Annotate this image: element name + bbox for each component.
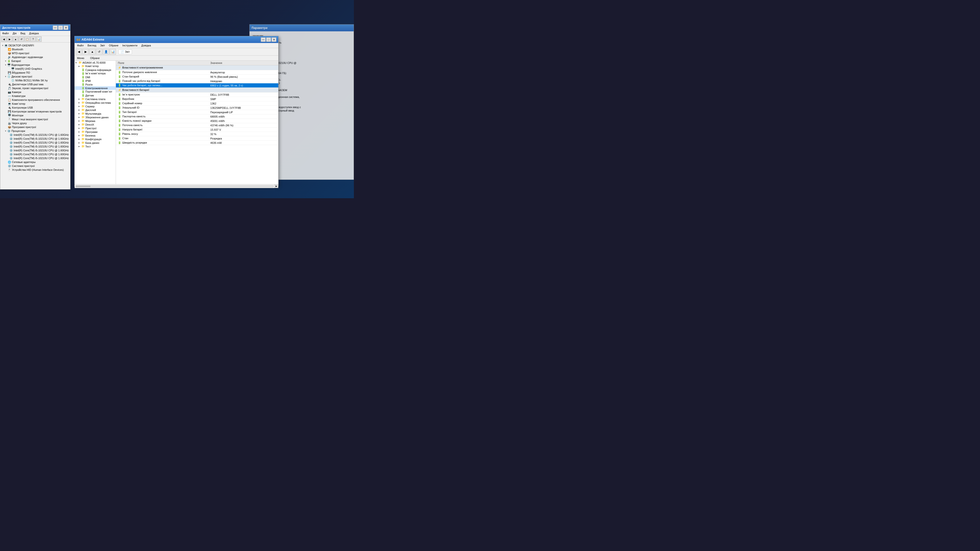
- table-row[interactable]: 🔋Рівень зносу 32 %: [116, 132, 278, 136]
- table-row[interactable]: 🔋Імʼя пристрою DELL 1VY7F8B: [116, 92, 278, 97]
- dm-tree-item[interactable]: 🖱️Устройства HID (Human Interface Device…: [1, 168, 69, 172]
- dm-tree-item[interactable]: 🎵Звукові, ігрові і відеопристрої: [1, 86, 69, 90]
- dm-tree-item[interactable]: 🔌Контролери USB: [1, 106, 69, 110]
- dm-tree-item[interactable]: 💻Компʼютер: [1, 102, 69, 106]
- aida-tree-node[interactable]: 🔋DMI: [75, 75, 116, 79]
- dm-tree-item[interactable]: 📋Компоненти програмного обеспечення: [1, 98, 69, 102]
- table-row[interactable]: 🔋Ємність повної зарядки 45691 mWh: [116, 119, 278, 123]
- dm-toolbar-refresh[interactable]: ↺: [19, 37, 24, 42]
- aida-tree-node[interactable]: 🔋Сумарна інформація: [75, 68, 116, 71]
- table-row[interactable]: ⚡Властивості електроживлення: [116, 65, 278, 70]
- dm-toolbar-back[interactable]: ◀: [1, 37, 6, 42]
- dm-tree-item[interactable]: ▼🔋Батареї: [1, 59, 69, 63]
- menu-view[interactable]: Вигляд: [86, 43, 98, 48]
- table-row[interactable]: 🔋Час роботи батареї, що залиш... 6902 с …: [116, 83, 278, 88]
- dm-tree-item[interactable]: ⚙️Intel(R) Core(TM) i5-10210U CPU @ 1.60…: [1, 156, 69, 160]
- dm-minimize-button[interactable]: —: [53, 25, 57, 30]
- aida-tree-node[interactable]: ▶📁Операційна система: [75, 101, 116, 105]
- menu-report[interactable]: Звіт: [99, 43, 107, 48]
- table-row[interactable]: 🔋Серійний номер 1362: [116, 101, 278, 106]
- dm-tree-item[interactable]: ⚙️Системні пристрої: [1, 164, 69, 168]
- dm-tree-item[interactable]: 🔌Диспетчери USB-разʼєма: [1, 83, 69, 86]
- menu-favorites[interactable]: Обране: [107, 43, 120, 48]
- dm-tree-item[interactable]: ⌨️Клавіатури: [1, 94, 69, 98]
- dm-tree-item[interactable]: 🖨️Черги друку: [1, 121, 69, 125]
- table-row[interactable]: 🔋Унікальний ID 1362SMPDELL 1VY7F8B: [116, 106, 278, 110]
- table-row[interactable]: 🔋Стан батарей 96 % (Високий рівень): [116, 75, 278, 79]
- table-row[interactable]: 🔋Поточне джерело живлення Акумулятор: [116, 70, 278, 75]
- table-row[interactable]: 🔋Напруга батареї 15.937 V: [116, 127, 278, 132]
- dm-toolbar-extra[interactable]: 📊: [36, 37, 41, 42]
- menu-file[interactable]: Файл: [76, 43, 85, 48]
- aida-tree-node[interactable]: 🔋Електроживлення: [75, 86, 116, 90]
- table-row[interactable]: 🔋Тип батареї Перезарядний LiP: [116, 110, 278, 114]
- dm-tree-item[interactable]: 🖱️Миші і інші вказуючі пристрої: [1, 118, 69, 121]
- aida-tree-node[interactable]: 🔋Датчик: [75, 94, 116, 97]
- aida-tree-node[interactable]: ▶📁Збереження даних: [75, 115, 116, 119]
- aida-tree-node[interactable]: ▶📁AIDA64 v6.70.6000: [75, 61, 116, 64]
- dm-tree-item[interactable]: ▼🖥️Відеоадаптери: [1, 63, 69, 67]
- toolbar-back[interactable]: ◀: [76, 49, 82, 55]
- dm-menu-help[interactable]: Довідка: [28, 31, 40, 35]
- dm-tree-item[interactable]: ⚙️Intel(R) Core(TM) i5-10210U CPU @ 1.60…: [1, 144, 69, 148]
- aida-tree-node[interactable]: 🔋Імʼя компʼютера: [75, 71, 116, 75]
- table-row[interactable]: 🔋Повний час роботи від батареї Невідомо: [116, 79, 278, 83]
- dm-toolbar-help[interactable]: ?: [30, 37, 36, 42]
- menu-tools[interactable]: Інструменти: [121, 43, 139, 48]
- aida-tree-node[interactable]: ▶📁Компʼютер: [75, 64, 116, 68]
- aida-tree-node[interactable]: ▶📁Дисплей: [75, 108, 116, 112]
- aida-tree-node[interactable]: ▶📁Тест: [75, 144, 116, 148]
- aida-tree-node[interactable]: ▶📁Програми: [75, 130, 116, 133]
- table-row[interactable]: 🔋Стан Розрядка: [116, 136, 278, 141]
- dm-menu-file[interactable]: Файл: [1, 31, 10, 35]
- menu-section-menu[interactable]: Меню: [76, 56, 86, 60]
- table-row[interactable]: 🔋Швидкість розрядки 4636 mW: [116, 141, 278, 145]
- horizontal-scrollbar[interactable]: [76, 185, 274, 187]
- dm-tree-item[interactable]: ▼💻DESKTOP-GKENRFI: [1, 43, 69, 48]
- aida-close-button[interactable]: ✕: [272, 37, 276, 42]
- dm-tree-item[interactable]: 🖥️Монітори: [1, 113, 69, 118]
- dm-toolbar-forward[interactable]: ▶: [7, 37, 13, 42]
- aida-tree-node[interactable]: ▶📁База даних: [75, 141, 116, 144]
- menu-section-favorites[interactable]: Обране: [89, 56, 101, 60]
- table-row[interactable]: 🔋Паспортна ємність 68005 mWh: [116, 114, 278, 119]
- toolbar-up[interactable]: ▲: [89, 49, 95, 55]
- table-row[interactable]: ⚡Властивості батареї: [116, 88, 278, 92]
- toolbar-profile[interactable]: 👤: [103, 49, 109, 55]
- aida-tree-node[interactable]: ▶📁Конфігурація: [75, 137, 116, 141]
- dm-tree-item[interactable]: ⚙️Intel(R) Core(TM) i5-10210U CPU @ 1.60…: [1, 137, 69, 141]
- dm-toolbar-properties[interactable]: 📋: [25, 37, 30, 42]
- aida-tree-node[interactable]: ▶📁DirectX: [75, 123, 116, 126]
- table-row[interactable]: 🔋Поточна ємність 43746 mWh (96 %): [116, 123, 278, 127]
- aida-tree-node[interactable]: 🔋Розгін: [75, 83, 116, 86]
- aida-minimize-button[interactable]: —: [261, 37, 266, 42]
- dm-toolbar-up[interactable]: ▲: [13, 37, 18, 42]
- toolbar-chart[interactable]: 📊: [110, 49, 116, 55]
- dm-tree-item[interactable]: 📦MTD-пристрої: [1, 51, 69, 55]
- scroll-right-btn[interactable]: ▶: [274, 185, 278, 188]
- dm-tree-item[interactable]: 📷Камери: [1, 90, 69, 94]
- dm-tree-item[interactable]: 💾Вбудоване ПО: [1, 71, 69, 75]
- toolbar-refresh[interactable]: ↺: [96, 49, 102, 55]
- dm-tree-item[interactable]: 🔊Аудіовходи і аудіовиходи: [1, 55, 69, 59]
- aida-maximize-button[interactable]: □: [266, 37, 271, 42]
- dm-menu-action[interactable]: Дія: [12, 31, 18, 35]
- aida-tree-node[interactable]: ▶📁Мультимедіа: [75, 112, 116, 115]
- aida-tree-node[interactable]: ▶📁Безпека: [75, 133, 116, 137]
- dm-tree-item[interactable]: ⚙️Intel(R) Core(TM) i5-10210U CPU @ 1.60…: [1, 141, 69, 144]
- table-row[interactable]: 🔋Виробник SMP: [116, 97, 278, 101]
- dm-tree-item[interactable]: 🌐Сетевые адаптеры: [1, 160, 69, 164]
- dm-tree-item[interactable]: 💿NVMe BC511 NVMe SK hy: [1, 78, 69, 83]
- dm-close-button[interactable]: ✕: [64, 25, 68, 30]
- dm-maximize-button[interactable]: □: [58, 25, 63, 30]
- dm-tree-item[interactable]: ⚙️Intel(R) Core(TM) i5-10210U CPU @ 1.60…: [1, 133, 69, 137]
- dm-menu-view[interactable]: Вид: [19, 31, 26, 35]
- aida-tree-node[interactable]: ▶📁Системна плата: [75, 97, 116, 101]
- dm-tree-item[interactable]: ▼⚙️Процесори: [1, 129, 69, 133]
- dm-tree-item[interactable]: 🖥️Intel(R) UHD Graphics: [1, 67, 69, 71]
- dm-tree-item[interactable]: 💾Контролери запамʼятовуючих пристроїв: [1, 110, 69, 113]
- dm-tree-item[interactable]: 📶Bluetooth: [1, 48, 69, 51]
- aida-tree-node[interactable]: ▶📁Пристрої: [75, 126, 116, 130]
- aida-tree-node[interactable]: 🔋Портативний компʼют: [75, 90, 116, 94]
- dm-tree-item[interactable]: 📦Програмні пристрої: [1, 125, 69, 129]
